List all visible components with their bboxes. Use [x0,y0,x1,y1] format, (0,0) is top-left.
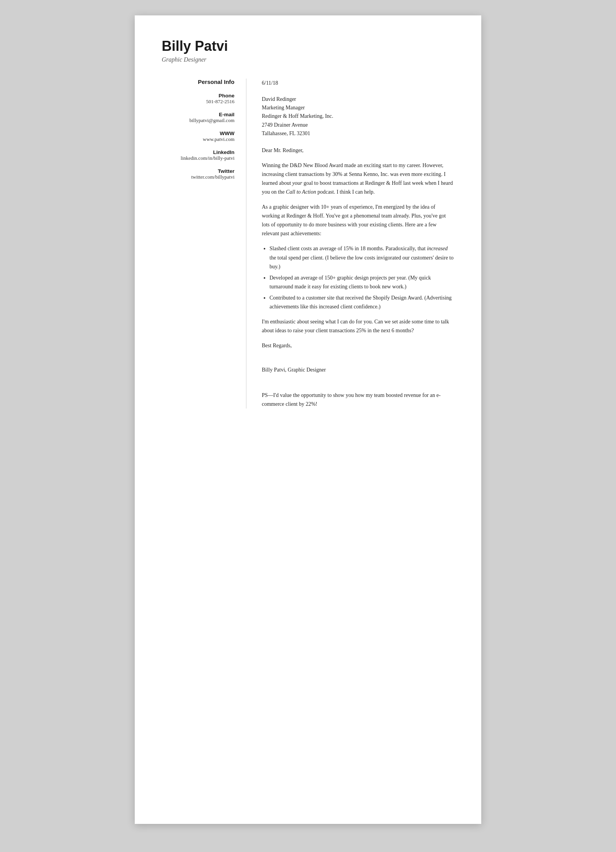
paragraph-2: As a graphic designer with 10+ years of … [262,203,454,238]
header: Billy Patvi Graphic Designer [162,38,454,63]
sidebar: Personal Info Phone 501-872-2516 E-mail … [162,79,246,408]
twitter-label: Twitter [162,168,234,174]
email-value: billypatvi@gmail.com [162,117,234,124]
www-value: www.patvi.com [162,136,234,142]
recipient-company: Redinger & Hoff Marketing, Inc. [262,112,454,121]
bullet-item-2: Developed an average of 150+ graphic des… [270,273,454,291]
sidebar-twitter: Twitter twitter.com/billypatvi [162,168,234,180]
p3-text: I'm enthusiastic about seeing what I can… [262,319,449,333]
signature-text: Billy Patvi, Graphic Designer [262,367,326,373]
sidebar-email: E-mail billypatvi@gmail.com [162,112,234,124]
postscript: PS—I'd value the opportunity to show you… [262,382,454,408]
bullet-1-before: Slashed client costs an average of 15% i… [270,246,427,251]
signature: Billy Patvi, Graphic Designer [262,356,454,374]
main-content: Personal Info Phone 501-872-2516 E-mail … [162,79,454,408]
bullet-1-after: the total spend per client. (I believe t… [270,255,454,269]
p1-italic-podcast: Call to Action [286,189,316,195]
resume-page: Billy Patvi Graphic Designer Personal In… [135,15,481,824]
sidebar-section-title: Personal Info [162,79,234,85]
linkedin-value: linkedin.com/in/billy-patvi [162,155,234,161]
letter-body: 6/11/18 David Redinger Marketing Manager… [246,79,454,408]
p1-italic-your: your [292,180,302,186]
bullet-1-italic: increased [427,246,448,251]
recipient-block: David Redinger Marketing Manager Redinge… [262,95,454,138]
bullet-item-1: Slashed client costs an average of 15% i… [270,244,454,271]
bullet-list: Slashed client costs an average of 15% i… [270,244,454,311]
sidebar-www: WWW www.patvi.com [162,131,234,142]
salutation: Dear Mr. Redinger, [262,146,454,155]
sidebar-linkedin: LinkedIn linkedin.com/in/billy-patvi [162,149,234,161]
applicant-title: Graphic Designer [162,56,454,63]
phone-label: Phone [162,93,234,99]
paragraph-1: Winning the D&D New Blood Award made an … [262,161,454,196]
bullet-3-text: Contributed to a customer site that rece… [270,295,452,310]
bullet-item-3: Contributed to a customer site that rece… [270,293,454,311]
paragraph-3: I'm enthusiastic about seeing what I can… [262,317,454,335]
p2-text: As a graphic designer with 10+ years of … [262,204,446,236]
p1-text-after: podcast. I think I can help. [316,189,375,195]
email-label: E-mail [162,112,234,117]
twitter-value: twitter.com/billypatvi [162,174,234,180]
postscript-text: PS—I'd value the opportunity to show you… [262,392,440,407]
recipient-title: Marketing Manager [262,104,454,112]
linkedin-label: LinkedIn [162,149,234,155]
sidebar-phone: Phone 501-872-2516 [162,93,234,105]
recipient-city: Tallahassee, FL 32301 [262,129,454,138]
closing: Best Regards, [262,341,454,350]
recipient-address: 2749 Drainer Avenue [262,121,454,129]
phone-value: 501-872-2516 [162,99,234,105]
www-label: WWW [162,131,234,136]
letter-date: 6/11/18 [262,79,454,87]
recipient-name: David Redinger [262,95,454,104]
applicant-name: Billy Patvi [162,38,454,54]
bullet-2-text: Developed an average of 150+ graphic des… [270,275,431,290]
